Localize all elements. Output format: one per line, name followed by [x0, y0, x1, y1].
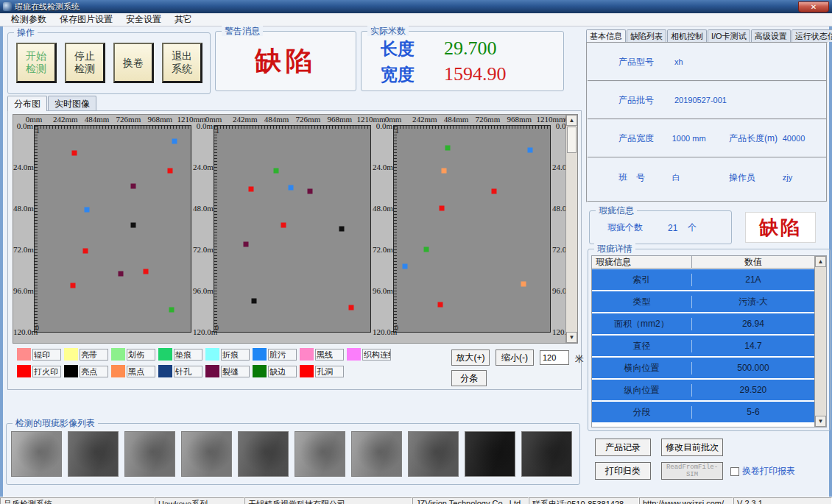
- read-from-file-button[interactable]: ReadFromFile-SIM: [661, 462, 723, 480]
- defect-point[interactable]: [130, 183, 135, 188]
- scrollbar-track[interactable]: [815, 267, 826, 416]
- modify-batch-button[interactable]: 修改目前批次: [661, 439, 723, 456]
- y-axis-label: 48.0m: [13, 204, 33, 213]
- menu-item[interactable]: 其它: [168, 13, 199, 26]
- defect-point[interactable]: [528, 147, 533, 152]
- table-row[interactable]: 类型污渍-大: [592, 291, 814, 312]
- defect-point[interactable]: [281, 223, 286, 228]
- defect-point[interactable]: [82, 249, 88, 254]
- legend-item-亮带: 亮带: [64, 348, 108, 361]
- tab-基本信息[interactable]: 基本信息: [586, 29, 626, 42]
- table-row[interactable]: 纵向位置29.520: [592, 380, 814, 400]
- table-row[interactable]: 面积（mm2）26.94: [592, 313, 814, 334]
- defect-thumbnail-6[interactable]: [295, 431, 345, 477]
- operation-group-title: 操作: [14, 27, 38, 38]
- defect-point[interactable]: [252, 299, 257, 304]
- defect-point[interactable]: [244, 242, 249, 247]
- defect-thumbnail-9[interactable]: [465, 431, 515, 477]
- zoom-out-button[interactable]: 缩小(-): [496, 349, 534, 366]
- print-report-checkbox[interactable]: [730, 467, 739, 476]
- scrollbar-thumb[interactable]: [567, 127, 577, 153]
- tab-相机控制[interactable]: 相机控制: [667, 29, 707, 42]
- exit-system-button[interactable]: 退出 系统: [162, 43, 202, 83]
- defect-detail-group: 瑕疵详情 瑕疵信息 数值 索引21A类型污渍-大面积（mm2）26.94直径14…: [588, 249, 831, 431]
- defect-point[interactable]: [273, 168, 278, 173]
- stop-detect-button[interactable]: 停止 检测: [65, 43, 105, 83]
- range-input[interactable]: [540, 350, 569, 365]
- defect-point[interactable]: [339, 227, 344, 232]
- x-axis-label: 726mm: [116, 115, 141, 124]
- scrollbar-track[interactable]: [566, 154, 577, 332]
- defect-point[interactable]: [423, 247, 429, 252]
- defect-point[interactable]: [130, 223, 135, 228]
- plot-vertical-scrollbar[interactable]: ▲ ▼: [565, 115, 577, 343]
- detail-row-value: 29.520: [692, 385, 814, 395]
- defect-point[interactable]: [84, 207, 89, 213]
- product-record-button[interactable]: 产品记录: [595, 439, 651, 456]
- legend-item-辊印: 辊印: [17, 348, 61, 361]
- defect-point[interactable]: [249, 187, 254, 192]
- start-detect-button[interactable]: 开始 检测: [16, 43, 57, 83]
- defect-point[interactable]: [288, 185, 293, 191]
- defect-thumbnail-1[interactable]: [11, 431, 62, 477]
- tab-I/O卡测试[interactable]: I/O卡测试: [708, 29, 750, 42]
- defect-thumbnail-4[interactable]: [181, 431, 232, 477]
- info-row: 产品型号xh: [588, 43, 826, 82]
- defect-point[interactable]: [445, 146, 450, 151]
- defect-point[interactable]: [492, 188, 497, 194]
- legend-label: 折痕: [221, 349, 250, 361]
- view-tab-分布图[interactable]: 分布图: [7, 96, 47, 111]
- defect-point[interactable]: [441, 168, 446, 173]
- defect-point[interactable]: [437, 302, 443, 307]
- info-value: 40000: [783, 134, 826, 143]
- defect-thumbnail-2[interactable]: [68, 431, 119, 477]
- table-row[interactable]: 横向位置500.000: [592, 358, 814, 378]
- detail-table-scrollbar[interactable]: ▲ ▼: [814, 256, 826, 427]
- menu-item[interactable]: 检测参数: [4, 13, 53, 26]
- x-axis-label: 968mm: [507, 115, 532, 124]
- print-report-checkbox-wrap[interactable]: 换卷打印报表: [730, 465, 795, 478]
- defect-point[interactable]: [308, 188, 313, 194]
- scroll-up-icon[interactable]: ▲: [815, 256, 826, 267]
- defect-thumbnail-5[interactable]: [238, 431, 289, 477]
- defect-point[interactable]: [402, 264, 407, 269]
- defect-point[interactable]: [143, 269, 148, 274]
- defect-point[interactable]: [118, 271, 123, 276]
- tab-缺陷列表[interactable]: 缺陷列表: [627, 29, 666, 42]
- meters-group-title: 实际米数: [367, 26, 409, 36]
- operation-buttons: 开始 检测停止 检测换卷退出 系统: [8, 33, 210, 83]
- slit-button[interactable]: 分条: [451, 370, 487, 386]
- defect-point[interactable]: [169, 307, 174, 312]
- zoom-in-button[interactable]: 放大(+): [451, 349, 490, 366]
- view-tab-实时图像[interactable]: 实时图像: [48, 96, 96, 111]
- table-row[interactable]: 分段5-6: [592, 402, 814, 422]
- menu-item[interactable]: 安全设置: [119, 13, 168, 26]
- tab-高级设置[interactable]: 高级设置: [751, 29, 791, 42]
- scroll-down-icon[interactable]: ▼: [815, 416, 826, 427]
- defect-point[interactable]: [349, 305, 354, 310]
- zoom-controls: 放大(+) 缩小(-) 米 分条: [451, 348, 578, 388]
- defect-point[interactable]: [71, 151, 77, 156]
- defect-point[interactable]: [521, 281, 526, 286]
- defect-thumbnail-7[interactable]: [351, 431, 402, 477]
- menu-item[interactable]: 保存图片设置: [53, 13, 119, 26]
- defect-thumbnail-3[interactable]: [124, 431, 175, 477]
- defect-alarm-box: 缺陷: [745, 212, 816, 243]
- print-classify-button[interactable]: 打印归类: [595, 462, 651, 480]
- table-row[interactable]: 直径14.7: [592, 336, 814, 356]
- defect-point[interactable]: [167, 168, 172, 173]
- table-row[interactable]: 索引21A: [592, 269, 814, 290]
- defect-point[interactable]: [70, 283, 75, 288]
- detail-row-value: 500.000: [692, 363, 814, 373]
- plot-corner-label: 0: [215, 324, 219, 332]
- scroll-up-icon[interactable]: ▲: [566, 115, 577, 126]
- defect-point[interactable]: [172, 139, 177, 144]
- defect-thumbnail-10[interactable]: [521, 431, 572, 477]
- change-roll-button[interactable]: 换卷: [113, 43, 154, 83]
- tab-运行状态信息[interactable]: 运行状态信息: [792, 29, 832, 42]
- defect-point[interactable]: [439, 206, 444, 211]
- close-button[interactable]: ✕: [798, 1, 829, 13]
- scroll-down-icon[interactable]: ▼: [566, 332, 577, 343]
- defect-thumbnail-8[interactable]: [408, 431, 459, 477]
- legend-item-裂缝: 裂缝: [205, 365, 250, 377]
